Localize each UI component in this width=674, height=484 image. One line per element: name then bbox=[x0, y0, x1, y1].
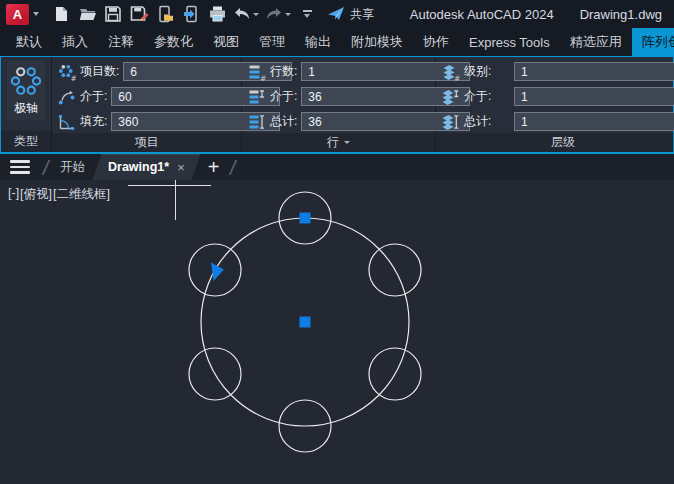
panel-footer-items: 项目 bbox=[52, 133, 241, 152]
share-label: 共享 bbox=[350, 6, 374, 23]
item-count-label: 项目数: bbox=[80, 63, 119, 80]
qat-customize-button[interactable] bbox=[295, 2, 319, 26]
panel-items: # 项目数: 介于: bbox=[52, 57, 242, 152]
drawing1-tab-label: Drawing1* bbox=[108, 160, 169, 174]
app-menu-caret-icon[interactable] bbox=[33, 12, 39, 16]
levels-count-icon: # bbox=[441, 63, 460, 81]
app-title: Autodesk AutoCAD 2024 bbox=[410, 7, 554, 22]
polar-array-label: 极轴 bbox=[14, 100, 38, 117]
crosshair-cursor bbox=[128, 180, 211, 220]
rows-count-icon: # bbox=[247, 63, 266, 81]
undo-button[interactable] bbox=[231, 2, 261, 26]
title-bar: A bbox=[0, 0, 674, 28]
tab-featured-apps[interactable]: 精选应用 bbox=[560, 28, 632, 56]
mobile-save-icon bbox=[182, 5, 200, 23]
share-button[interactable]: 共享 bbox=[327, 6, 374, 23]
row-item-between: 介于: bbox=[57, 85, 241, 108]
start-tab[interactable]: 开始 bbox=[54, 159, 91, 176]
tab-collaborate[interactable]: 协作 bbox=[413, 28, 459, 56]
row-item-count: # 项目数: bbox=[57, 60, 241, 83]
paper-plane-icon bbox=[327, 6, 345, 22]
polar-array-icon bbox=[7, 65, 45, 97]
levels-between-label: 介于: bbox=[464, 88, 510, 105]
row-levels-count: # 级别: bbox=[441, 60, 674, 83]
tab-express-tools[interactable]: Express Tools bbox=[459, 28, 560, 56]
row-levels-total: 总计: bbox=[441, 110, 674, 133]
tab-manage[interactable]: 管理 bbox=[249, 28, 295, 56]
tab-array-creation-active[interactable]: 阵列创建 bbox=[632, 28, 674, 56]
tab-view[interactable]: 视图 bbox=[203, 28, 249, 56]
svg-text:#: # bbox=[260, 73, 266, 81]
row-rows-between: 介于: bbox=[247, 85, 435, 108]
save-icon bbox=[104, 5, 122, 23]
levels-between-input[interactable] bbox=[514, 87, 674, 106]
tab-parametric[interactable]: 参数化 bbox=[144, 28, 203, 56]
row-item-fill: 填充: bbox=[57, 110, 241, 133]
item-fill-icon bbox=[57, 113, 76, 131]
rows-footer-caret-icon bbox=[344, 141, 350, 144]
save-as-icon bbox=[130, 5, 149, 23]
panel-type: 极轴 类型 bbox=[1, 57, 52, 152]
grip-item-square bbox=[300, 213, 311, 224]
open-from-mobile-button[interactable] bbox=[153, 2, 177, 26]
row-rows-count: # 行数: bbox=[247, 60, 435, 83]
panel-levels: # 级别: 介于: bbox=[436, 57, 674, 152]
open-file-button[interactable] bbox=[75, 2, 99, 26]
document-title: Drawing1.dwg bbox=[580, 7, 662, 22]
autocad-logo[interactable]: A bbox=[6, 4, 29, 25]
plot-button[interactable] bbox=[205, 2, 229, 26]
ribbon-array-creation: 极轴 类型 # bbox=[0, 56, 674, 154]
levels-between-icon bbox=[441, 88, 460, 106]
panel-footer-levels-label: 层级 bbox=[551, 134, 575, 151]
printer-icon bbox=[208, 5, 227, 23]
new-file-button[interactable] bbox=[49, 2, 73, 26]
window-title: Autodesk AutoCAD 2024 Drawing1.dwg bbox=[410, 7, 666, 22]
drawing-canvas[interactable]: [-] [俯视] [二维线框] bbox=[0, 180, 674, 484]
redo-caret-icon[interactable] bbox=[285, 13, 291, 16]
redo-icon bbox=[265, 7, 283, 21]
row-levels-between: 介于: bbox=[441, 85, 674, 108]
grip-center-square bbox=[300, 317, 311, 328]
redo-button[interactable] bbox=[263, 2, 293, 26]
polar-array-button[interactable]: 极轴 bbox=[7, 61, 45, 120]
polar-array-drawing bbox=[0, 180, 674, 484]
item-count-icon: # bbox=[57, 63, 76, 81]
levels-total-icon bbox=[441, 113, 460, 131]
item-fill-label: 填充: bbox=[80, 113, 107, 130]
tab-output[interactable]: 输出 bbox=[295, 28, 341, 56]
save-button[interactable] bbox=[101, 2, 125, 26]
open-folder-icon bbox=[78, 5, 97, 23]
rows-total-icon bbox=[247, 113, 266, 131]
row-rows-total: 总计: bbox=[247, 110, 435, 133]
new-drawing-button[interactable]: + bbox=[202, 157, 226, 177]
drawing1-tab-active[interactable]: Drawing1* × bbox=[95, 154, 198, 180]
panel-footer-type-label: 类型 bbox=[14, 133, 38, 150]
tab-separator-end bbox=[229, 160, 238, 175]
panel-footer-rows-label: 行 bbox=[327, 134, 339, 151]
item-between-icon bbox=[57, 88, 76, 106]
save-to-mobile-button[interactable] bbox=[179, 2, 203, 26]
panel-footer-levels: 层级 bbox=[436, 133, 674, 152]
tab-addins[interactable]: 附加模块 bbox=[341, 28, 413, 56]
save-as-button[interactable] bbox=[127, 2, 151, 26]
panel-footer-type: 类型 bbox=[1, 131, 51, 152]
autocad-window: A bbox=[0, 0, 674, 484]
close-tab-icon[interactable]: × bbox=[177, 160, 185, 175]
hamburger-menu-icon[interactable] bbox=[10, 160, 30, 174]
rows-count-label: 行数: bbox=[270, 63, 297, 80]
tab-separator bbox=[42, 160, 51, 175]
tab-insert[interactable]: 插入 bbox=[52, 28, 98, 56]
tab-default[interactable]: 默认 bbox=[6, 28, 52, 56]
levels-total-input[interactable] bbox=[514, 112, 674, 131]
levels-count-label: 级别: bbox=[464, 63, 510, 80]
rows-between-label: 介于: bbox=[270, 88, 297, 105]
panel-footer-items-label: 项目 bbox=[135, 134, 159, 151]
undo-caret-icon[interactable] bbox=[253, 13, 259, 16]
ribbon-tab-bar: 默认 插入 注释 参数化 视图 管理 输出 附加模块 协作 Express To… bbox=[0, 28, 674, 56]
levels-total-label: 总计: bbox=[464, 113, 510, 130]
qat-overflow-icon bbox=[303, 10, 312, 18]
panel-footer-rows[interactable]: 行 bbox=[242, 133, 435, 152]
tab-annotate[interactable]: 注释 bbox=[98, 28, 144, 56]
levels-count-input[interactable] bbox=[514, 62, 674, 81]
panel-rows: # 行数: 介于: bbox=[242, 57, 436, 152]
